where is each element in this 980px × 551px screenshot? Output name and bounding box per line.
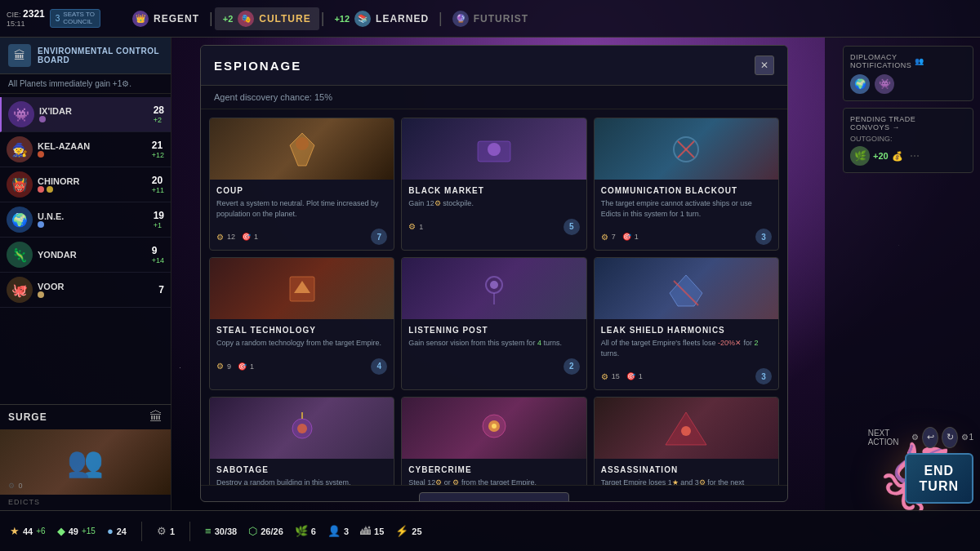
player-name-yondar: YONDAR [38, 250, 147, 260]
leak-ops-icon: 🎯 [626, 372, 635, 380]
end-turn-button[interactable]: ENDTURN [905, 453, 973, 504]
nav-futurist-label: FUTURIST [474, 13, 528, 24]
turns-value: 3 [56, 14, 60, 23]
diplomacy-icon: 👥 [915, 57, 924, 65]
player-avatar-yondar: 🦎 [7, 242, 33, 268]
card-blackmarket-content: BLACK MARKET Gain 12⚙ stockpile. [402, 180, 586, 216]
nav-futurist[interactable]: 🔮 FUTURIST [444, 7, 537, 30]
player-score-voor: 7 [158, 284, 164, 295]
surge-title: SURGE [8, 411, 47, 423]
undo-btn[interactable]: ↩ [922, 427, 938, 448]
player-score-kelazaan: 21 +12 [152, 140, 164, 159]
card-leak-shield[interactable]: LEAK SHIELD HARMONICS All of the target … [594, 257, 779, 390]
card-leak-image [595, 258, 778, 319]
sep-1 [141, 522, 142, 541]
diplomacy-row: 🌍 👾 [850, 74, 966, 94]
card-comms-turns: 3 [755, 229, 772, 245]
env-icon: 🏛 [8, 44, 31, 67]
card-blackmarket[interactable]: BLACK MARKET Gain 12⚙ stockpile. ⚙ 1 5 [401, 118, 586, 251]
diplomacy-section: DIPLOMACYNOTIFICATIONS 👥 🌍 👾 [843, 46, 973, 101]
modal-close-button[interactable]: ✕ [755, 56, 774, 75]
nav-culture-label: CULTURE [259, 13, 310, 24]
card-sabotage[interactable]: SABOTAGE Destroy a random building in th… [209, 397, 394, 485]
card-listening-post[interactable]: LISTENING POST Gain sensor vision from t… [401, 257, 586, 390]
card-blackmarket-cost: ⚙ 1 [408, 222, 423, 231]
trade-avatar: 🌿 [850, 146, 870, 166]
card-sabotage-title: SABOTAGE [216, 465, 387, 474]
cie-label: CIE: 2321 [7, 8, 45, 20]
card-listening-content: LISTENING POST Gain sensor vision from t… [402, 319, 586, 355]
trade-more-icon[interactable]: ⋯ [910, 150, 920, 162]
player-row-chinorr[interactable]: 👹 CHINORR 20 +11 [0, 167, 171, 202]
card-coup-cost: ⚙ 12 🎯 1 [216, 233, 258, 242]
player-row-ixidar[interactable]: 👾 IX'IDAR 28 +2 [0, 97, 171, 132]
card-steal-title: STEAL TECHNOLOGY [216, 326, 387, 335]
coup-ops-icon: 🎯 [242, 233, 251, 241]
player-row-yondar[interactable]: 🦎 YONDAR 9 +14 [0, 238, 171, 273]
nav-regent[interactable]: 👑 REGENT [124, 7, 207, 30]
nav-culture[interactable]: +2 🎭 CULTURE [215, 7, 319, 30]
trade-value: +20 [873, 151, 889, 161]
card-coup-turns: 7 [371, 229, 387, 245]
card-leak-footer: ⚙ 15 🎯 1 3 [595, 365, 778, 389]
card-comms-footer: ⚙ 7 🎯 1 3 [595, 225, 778, 250]
player-info-ixidar: IX'IDAR [39, 106, 149, 122]
learned-icon: 📚 [354, 11, 371, 27]
influence-icon: ★ [10, 525, 20, 537]
player-avatar-kelazaan: 🧙 [7, 136, 33, 162]
learned-bonus: +12 [334, 14, 350, 24]
surge-building-icon: 🏛 [149, 410, 163, 424]
card-comms-image [595, 118, 778, 180]
bm-cost-val: 1 [419, 223, 423, 231]
coup-svg [278, 129, 327, 170]
nav-learned[interactable]: +12 📚 LEARNED [326, 7, 437, 30]
player-row-voor[interactable]: 🐙 VOOR 7 [0, 273, 171, 308]
card-leak-cost: ⚙ 15 🎯 1 [601, 372, 643, 381]
influence-val: 44 [23, 527, 33, 536]
edicts-label: EDICTS [0, 495, 171, 509]
card-listening-title: LISTENING POST [408, 326, 579, 335]
card-assassination[interactable]: ASSASSINATION Target Empire loses 1★ and… [594, 397, 779, 485]
card-comms-cost: ⚙ 7 🎯 1 [601, 233, 639, 242]
card-blackmarket-title: BLACK MARKET [408, 186, 579, 195]
player-row-une[interactable]: 🌍 U.N.E. 19 +1 [0, 202, 171, 238]
svg-point-10 [490, 281, 498, 289]
card-blackmarket-turns: 5 [564, 219, 580, 235]
stat-energy: ⚡ 25 [395, 525, 421, 537]
player-list: 👾 IX'IDAR 28 +2 🧙 KEL-AZAAN 21 [0, 94, 171, 311]
regent-icon: 👑 [132, 11, 149, 27]
surge-figure: 👥 [67, 445, 104, 479]
card-coup-content: COUP Revert a system to neutral. Plot ti… [210, 180, 394, 225]
leak-cost-val: 15 [612, 372, 620, 380]
card-leak-title: LEAK SHIELD HARMONICS [601, 326, 772, 335]
card-comms-desc: The target empire cannot activate ships … [601, 198, 772, 219]
svg-point-3 [488, 143, 501, 156]
card-steal-tech[interactable]: STEAL TECHNOLOGY Copy a random technolog… [209, 257, 394, 390]
player-row-kelazaan[interactable]: 🧙 KEL-AZAAN 21 +12 [0, 132, 171, 167]
player-avatar-une: 🌍 [7, 207, 33, 233]
card-coup-title: COUP [216, 186, 387, 195]
comms-cost-val: 7 [612, 233, 616, 241]
redo-btn[interactable]: ↻ [942, 427, 958, 448]
comms-ops-icon: 🎯 [622, 233, 631, 241]
cancel-button[interactable]: CANCEL [419, 492, 569, 502]
resource2-val: 49 [69, 527, 78, 536]
card-listening-turns: 2 [564, 358, 580, 375]
player-indicator-3 [38, 186, 44, 193]
culture-bonus: +2 [223, 14, 234, 24]
surge-section: SURGE 🏛 👥 ⚙ 0 EDICTS [0, 404, 172, 510]
systems-icon: ⬡ [248, 525, 257, 537]
ops-val: 1 [170, 527, 175, 536]
card-comms-blackout[interactable]: COMMUNICATION BLACKOUT The target empire… [594, 118, 779, 251]
card-assassination-desc: Target Empire loses 1★ and 3⚙ for the ne… [601, 478, 772, 485]
blackmarket-svg [470, 129, 519, 170]
assassination-svg [662, 408, 710, 449]
cie-value: 2321 [23, 8, 45, 20]
card-steal-footer: ⚙ 9 🎯 1 4 [210, 355, 394, 380]
nav-regent-label: REGENT [154, 13, 199, 24]
cie-info: CIE: 2321 15:11 [7, 8, 45, 29]
card-cybercrime[interactable]: CYBERCRIME Steal 12⚙ or ⚙ from the targe… [401, 397, 586, 485]
card-coup[interactable]: COUP Revert a system to neutral. Plot ti… [209, 118, 394, 251]
coup-cost-icon: ⚙ [216, 233, 224, 242]
next-action-label: NEXT ACTION [868, 429, 909, 447]
